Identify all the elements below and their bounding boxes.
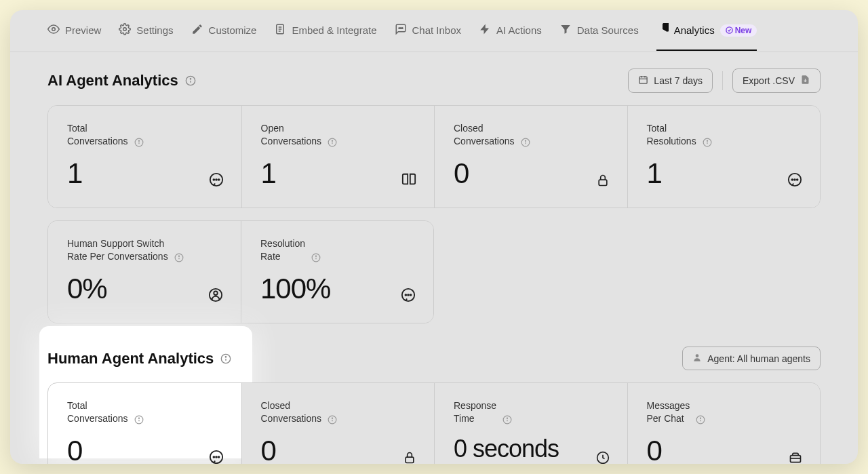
info-icon[interactable] (311, 252, 321, 263)
svg-point-23 (218, 179, 219, 180)
tab-data-sources[interactable]: Data Sources (559, 11, 639, 51)
bolt-icon (479, 23, 491, 37)
user-icon (692, 353, 702, 364)
svg-point-42 (214, 292, 218, 296)
human-metric-cards: Total Conversations 0 Closed Conversatio… (47, 382, 821, 464)
document-icon (274, 23, 286, 37)
info-icon[interactable] (702, 137, 713, 148)
svg-point-19 (138, 140, 139, 141)
svg-point-52 (226, 356, 226, 357)
svg-point-47 (405, 294, 406, 296)
svg-point-49 (410, 294, 412, 296)
svg-rect-64 (406, 457, 414, 462)
info-icon[interactable] (134, 414, 144, 425)
svg-point-37 (797, 179, 798, 180)
tab-label: Data Sources (577, 24, 639, 36)
svg-point-56 (138, 418, 139, 418)
ai-metric-cards-row1: Total Conversations 1 Open Conversations… (47, 105, 821, 208)
chat-icon (209, 172, 224, 190)
svg-point-33 (707, 140, 707, 141)
tab-customize[interactable]: Customize (191, 11, 257, 51)
svg-point-29 (525, 140, 526, 141)
chart-pie-icon (656, 23, 669, 37)
export-csv-button[interactable]: Export .CSV (732, 68, 821, 93)
svg-point-58 (213, 456, 214, 458)
human-section-header: Human Agent Analytics Agent: All human a… (47, 347, 821, 370)
info-icon[interactable] (327, 414, 338, 425)
svg-point-63 (332, 418, 332, 418)
svg-point-59 (216, 456, 217, 458)
tab-embed[interactable]: Embed & Integrate (274, 11, 376, 51)
svg-point-53 (696, 354, 699, 357)
svg-point-8 (401, 28, 403, 29)
card-total-resolutions: Total Resolutions 1 (627, 106, 821, 208)
chat-icon (401, 288, 416, 305)
tab-ai-actions[interactable]: AI Actions (479, 11, 542, 51)
svg-point-71 (701, 418, 701, 418)
card-closed-conversations: Closed Conversations 0 (434, 106, 627, 208)
tab-settings[interactable]: Settings (119, 11, 173, 51)
svg-point-22 (216, 179, 217, 180)
svg-point-67 (507, 418, 507, 418)
tab-label: Preview (65, 24, 101, 36)
card-response-time: Response Time 0 seconds (434, 383, 627, 464)
gear-icon (119, 23, 131, 37)
tab-analytics[interactable]: Analytics New (656, 11, 757, 51)
section-title: Human Agent Analytics (47, 350, 214, 368)
svg-point-1 (123, 28, 127, 31)
svg-point-0 (52, 28, 56, 31)
info-icon[interactable] (695, 414, 706, 425)
agent-filter-button[interactable]: Agent: All human agents (682, 347, 821, 370)
tab-label: Embed & Integrate (292, 24, 376, 36)
tab-label: Customize (209, 24, 257, 36)
card-total-conversations: Total Conversations 1 (48, 106, 241, 208)
info-icon[interactable] (502, 414, 513, 425)
ai-metric-cards-row2: Human Support Switch Rate Per Conversati… (47, 220, 434, 323)
svg-point-12 (190, 79, 191, 79)
card-resolution-rate: Resolution Rate 100% (241, 221, 433, 323)
info-icon[interactable] (134, 137, 144, 148)
svg-point-36 (794, 179, 795, 180)
svg-point-48 (408, 294, 409, 296)
svg-point-7 (400, 28, 401, 29)
info-icon[interactable] (520, 137, 531, 148)
tab-bar: Preview Settings Customize Embed & Integ… (10, 10, 858, 52)
clock-icon (596, 451, 610, 464)
info-icon[interactable] (174, 252, 184, 263)
tab-chat-inbox[interactable]: Chat Inbox (395, 11, 462, 51)
lock-icon (403, 451, 416, 464)
info-icon[interactable] (327, 137, 338, 148)
chat-icon (395, 23, 407, 37)
card-open-conversations: Open Conversations 1 (241, 106, 435, 208)
card-messages-per-chat: Messages Per Chat 0 (627, 383, 821, 464)
chat-icon (787, 172, 802, 190)
info-icon[interactable] (185, 75, 196, 86)
calendar-icon (638, 75, 648, 87)
info-icon[interactable] (220, 353, 231, 364)
ai-section-header: AI Agent Analytics Last 7 days Export .C… (47, 68, 821, 93)
eye-icon (47, 23, 60, 37)
tab-label: Settings (136, 24, 173, 36)
svg-rect-72 (791, 456, 801, 462)
divider (722, 71, 723, 90)
tab-label: AI Actions (496, 24, 542, 36)
tab-preview[interactable]: Preview (47, 11, 101, 51)
user-icon (208, 288, 223, 305)
svg-point-26 (332, 140, 332, 141)
card-human-total-conversations: Total Conversations 0 (48, 383, 241, 464)
funnel-icon (559, 23, 572, 37)
card-human-switch-rate: Human Support Switch Rate Per Conversati… (48, 221, 241, 323)
svg-point-45 (316, 256, 317, 256)
tab-label: Chat Inbox (412, 24, 462, 36)
lock-icon (596, 174, 610, 190)
new-badge: New (720, 24, 757, 37)
inbox-icon (789, 451, 802, 464)
svg-rect-30 (599, 180, 607, 185)
svg-point-6 (399, 28, 400, 29)
svg-rect-13 (639, 77, 647, 83)
svg-point-35 (791, 179, 793, 180)
section-title: AI Agent Analytics (47, 72, 178, 90)
chat-icon (209, 450, 224, 464)
date-range-button[interactable]: Last 7 days (628, 68, 713, 93)
pencil-icon (191, 23, 203, 37)
